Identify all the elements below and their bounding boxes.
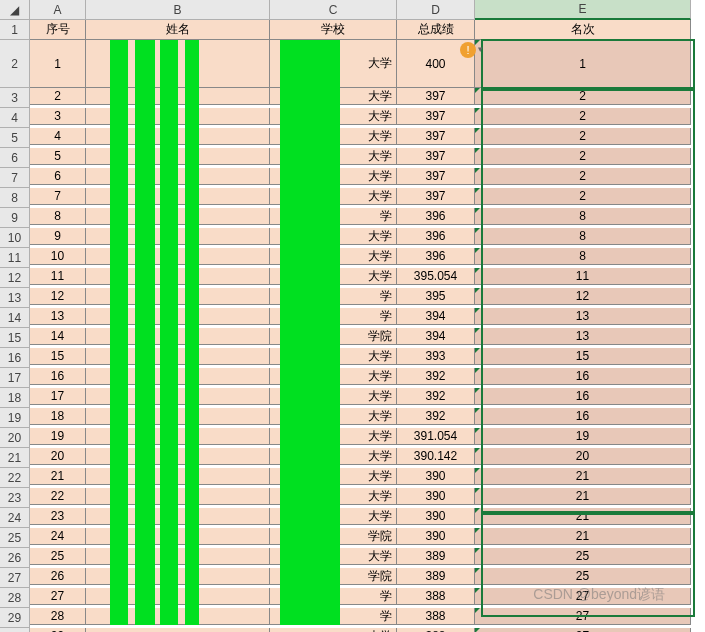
cell-A10[interactable]: 9 xyxy=(30,228,86,245)
cell-A23[interactable]: 22 xyxy=(30,488,86,505)
row-header-27[interactable]: 27 xyxy=(0,568,30,588)
cell-D16[interactable]: 393 xyxy=(397,348,475,365)
row-header-13[interactable]: 13 xyxy=(0,288,30,308)
row-header-2[interactable]: 2 xyxy=(0,40,30,88)
cell-A2[interactable]: 1 xyxy=(30,40,86,88)
cell-E28[interactable]: 27 xyxy=(475,588,691,605)
cell-A3[interactable]: 2 xyxy=(30,88,86,105)
cell-D28[interactable]: 388 xyxy=(397,588,475,605)
row-header-24[interactable]: 24 xyxy=(0,508,30,528)
cell-E27[interactable]: 25 xyxy=(475,568,691,585)
cell-A16[interactable]: 15 xyxy=(30,348,86,365)
cell-D8[interactable]: 397 xyxy=(397,188,475,205)
cell-D7[interactable]: 397 xyxy=(397,168,475,185)
cell-A12[interactable]: 11 xyxy=(30,268,86,285)
cell-E3[interactable]: 2 xyxy=(475,88,691,105)
cell-E18[interactable]: 16 xyxy=(475,388,691,405)
cell-E14[interactable]: 13 xyxy=(475,308,691,325)
select-all-corner[interactable]: ◢ xyxy=(0,0,30,20)
cell-E23[interactable]: 21 xyxy=(475,488,691,505)
cell-D11[interactable]: 396 xyxy=(397,248,475,265)
row-header-19[interactable]: 19 xyxy=(0,408,30,428)
cell-D10[interactable]: 396 xyxy=(397,228,475,245)
cell-A6[interactable]: 5 xyxy=(30,148,86,165)
col-header-A[interactable]: A xyxy=(30,0,86,20)
cell-E6[interactable]: 2 xyxy=(475,148,691,165)
cell-A15[interactable]: 14 xyxy=(30,328,86,345)
cell-E21[interactable]: 20 xyxy=(475,448,691,465)
col-header-D[interactable]: D xyxy=(397,0,475,20)
cell-D26[interactable]: 389 xyxy=(397,548,475,565)
row-header-11[interactable]: 11 xyxy=(0,248,30,268)
cell-E22[interactable]: 21 xyxy=(475,468,691,485)
cell-D4[interactable]: 397 xyxy=(397,108,475,125)
cell-D30[interactable]: 388 xyxy=(397,628,475,632)
cell-A27[interactable]: 26 xyxy=(30,568,86,585)
col-header-E[interactable]: E xyxy=(475,0,691,20)
cell-D6[interactable]: 397 xyxy=(397,148,475,165)
cell-A17[interactable]: 16 xyxy=(30,368,86,385)
row-header-1[interactable]: 1 xyxy=(0,20,30,40)
cell-A21[interactable]: 20 xyxy=(30,448,86,465)
cell-D23[interactable]: 390 xyxy=(397,488,475,505)
cell-D19[interactable]: 392 xyxy=(397,408,475,425)
cell-D20[interactable]: 391.054 xyxy=(397,428,475,445)
row-header-8[interactable]: 8 xyxy=(0,188,30,208)
row-header-18[interactable]: 18 xyxy=(0,388,30,408)
cell-E10[interactable]: 8 xyxy=(475,228,691,245)
cell-E25[interactable]: 21 xyxy=(475,528,691,545)
row-header-26[interactable]: 26 xyxy=(0,548,30,568)
cell-D12[interactable]: 395.054 xyxy=(397,268,475,285)
cell-A25[interactable]: 24 xyxy=(30,528,86,545)
cell-E30[interactable]: 27 xyxy=(475,628,691,632)
row-header-29[interactable]: 29 xyxy=(0,608,30,628)
cell-E11[interactable]: 8 xyxy=(475,248,691,265)
row-header-30[interactable]: 30 xyxy=(0,628,30,632)
header-cell-C[interactable]: 学校 xyxy=(270,20,397,40)
cell-E9[interactable]: 8 xyxy=(475,208,691,225)
cell-A29[interactable]: 28 xyxy=(30,608,86,625)
row-header-23[interactable]: 23 xyxy=(0,488,30,508)
cell-A20[interactable]: 19 xyxy=(30,428,86,445)
header-cell-E[interactable]: 名次 xyxy=(475,20,691,40)
cell-D18[interactable]: 392 xyxy=(397,388,475,405)
cell-D15[interactable]: 394 xyxy=(397,328,475,345)
header-cell-A[interactable]: 序号 xyxy=(30,20,86,40)
cell-E17[interactable]: 16 xyxy=(475,368,691,385)
cell-D14[interactable]: 394 xyxy=(397,308,475,325)
header-cell-B[interactable]: 姓名 xyxy=(86,20,270,40)
row-header-14[interactable]: 14 xyxy=(0,308,30,328)
cell-A22[interactable]: 21 xyxy=(30,468,86,485)
cell-E13[interactable]: 12 xyxy=(475,288,691,305)
cell-A13[interactable]: 12 xyxy=(30,288,86,305)
error-indicator-icon[interactable]: ! xyxy=(460,42,476,58)
row-header-5[interactable]: 5 xyxy=(0,128,30,148)
cell-A4[interactable]: 3 xyxy=(30,108,86,125)
cell-E4[interactable]: 2 xyxy=(475,108,691,125)
cell-E12[interactable]: 11 xyxy=(475,268,691,285)
cell-D24[interactable]: 390 xyxy=(397,508,475,525)
row-header-6[interactable]: 6 xyxy=(0,148,30,168)
row-header-3[interactable]: 3 xyxy=(0,88,30,108)
cell-D29[interactable]: 388 xyxy=(397,608,475,625)
cell-E15[interactable]: 13 xyxy=(475,328,691,345)
col-header-C[interactable]: C xyxy=(270,0,397,20)
cell-E24[interactable]: 21 xyxy=(475,508,691,525)
row-header-21[interactable]: 21 xyxy=(0,448,30,468)
row-header-7[interactable]: 7 xyxy=(0,168,30,188)
cell-A28[interactable]: 27 xyxy=(30,588,86,605)
cell-D9[interactable]: 396 xyxy=(397,208,475,225)
cell-E7[interactable]: 2 xyxy=(475,168,691,185)
cell-A11[interactable]: 10 xyxy=(30,248,86,265)
cell-A9[interactable]: 8 xyxy=(30,208,86,225)
cell-D17[interactable]: 392 xyxy=(397,368,475,385)
header-cell-D[interactable]: 总成绩 xyxy=(397,20,475,40)
row-header-10[interactable]: 10 xyxy=(0,228,30,248)
cell-D3[interactable]: 397 xyxy=(397,88,475,105)
cell-A18[interactable]: 17 xyxy=(30,388,86,405)
cell-A19[interactable]: 18 xyxy=(30,408,86,425)
cell-D21[interactable]: 390.142 xyxy=(397,448,475,465)
cell-A26[interactable]: 25 xyxy=(30,548,86,565)
cell-D27[interactable]: 389 xyxy=(397,568,475,585)
cell-E20[interactable]: 19 xyxy=(475,428,691,445)
